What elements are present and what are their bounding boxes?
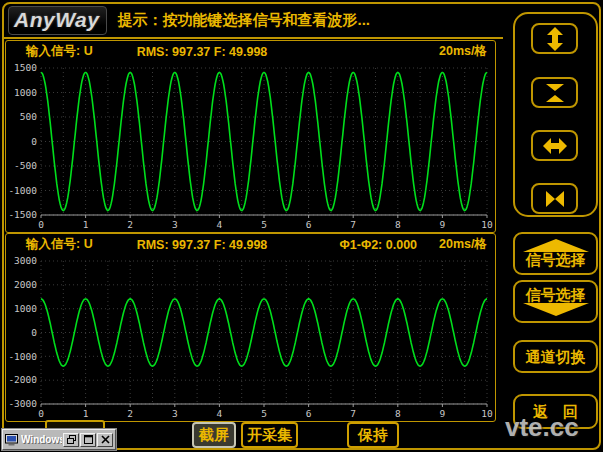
svg-text:1: 1	[83, 408, 89, 419]
restore-button[interactable]	[63, 433, 79, 447]
svg-text:0: 0	[31, 136, 37, 147]
svg-text:5: 5	[261, 408, 267, 419]
svg-text:5: 5	[261, 219, 267, 230]
svg-text:1000: 1000	[14, 87, 37, 98]
signal-select-down-label: 信号选择	[526, 287, 586, 303]
channel-switch-button[interactable]: 通道切换	[513, 340, 598, 373]
topbar-divider	[3, 37, 503, 39]
restore-icon	[67, 435, 76, 444]
svg-text:3000: 3000	[14, 255, 37, 266]
svg-text:1000: 1000	[14, 303, 37, 314]
svg-text:-3000: -3000	[8, 398, 37, 409]
waveform-chart-2: 0123456789103000200010000-1000-2000-3000	[7, 255, 494, 420]
close-button[interactable]	[97, 433, 113, 447]
panel2-timebase: 20ms/格	[439, 236, 487, 253]
panel2-signal-label: 输入信号: U	[26, 236, 93, 253]
back-button[interactable]: 返 回	[513, 394, 598, 429]
svg-text:0: 0	[38, 408, 44, 419]
hint-text: 提示：按功能键选择信号和查看波形...	[117, 11, 370, 30]
svg-text:3: 3	[172, 219, 178, 230]
svg-text:2000: 2000	[14, 279, 37, 290]
compress-vertical-icon	[542, 80, 568, 106]
svg-text:10: 10	[481, 219, 493, 230]
svg-text:10: 10	[481, 408, 493, 419]
anyway-logo: AnyWay	[8, 6, 107, 35]
svg-text:6: 6	[306, 408, 312, 419]
signal-select-down-button[interactable]: 信号选择	[513, 280, 598, 323]
svg-text:4: 4	[217, 219, 223, 230]
channel-switch-label: 通道切换	[526, 349, 586, 365]
top-bar: AnyWay 提示：按功能键选择信号和查看波形...	[5, 5, 497, 36]
windows-titlebar-text: Windows ...	[21, 434, 62, 445]
expand-horizontal-icon	[542, 133, 568, 159]
panel2-header: 输入信号: U RMS: 997.37 F: 49.998 Φ1-Φ2: 0.0…	[6, 234, 495, 255]
panel1-header: 输入信号: U RMS: 997.37 F: 49.998 20ms/格	[6, 41, 495, 62]
svg-text:8: 8	[395, 219, 401, 230]
screenshot-button[interactable]: 截屏	[192, 422, 236, 448]
signal-select-up-label: 信号选择	[526, 252, 586, 268]
waveform-chart-1: 012345678910150010005000-500-1000-1500	[7, 62, 494, 231]
waveform-zoom-group	[513, 12, 598, 217]
svg-text:500: 500	[20, 111, 37, 122]
svg-text:6: 6	[306, 219, 312, 230]
oscilloscope-screen: AnyWay 提示：按功能键选择信号和查看波形... 输入信号: U RMS: …	[0, 0, 603, 452]
maximize-icon	[84, 435, 93, 444]
svg-text:8: 8	[395, 408, 401, 419]
expand-vertical-icon	[542, 26, 568, 52]
svg-text:-1500: -1500	[8, 209, 37, 220]
compress-horizontal-button[interactable]	[531, 183, 578, 214]
svg-text:7: 7	[350, 408, 356, 419]
compress-horizontal-icon	[542, 186, 568, 212]
svg-text:-1000: -1000	[8, 185, 37, 196]
triangle-down-icon	[523, 303, 589, 316]
svg-text:1: 1	[83, 219, 89, 230]
svg-text:0: 0	[38, 219, 44, 230]
svg-text:-2000: -2000	[8, 374, 37, 385]
panel2-rms-value: RMS: 997.37 F: 49.998	[137, 238, 268, 252]
panel2-phase-value: Φ1-Φ2: 0.000	[340, 238, 418, 252]
start-capture-button-label: 开采集	[247, 426, 292, 445]
expand-vertical-button[interactable]	[531, 23, 578, 54]
compress-vertical-button[interactable]	[531, 77, 578, 108]
close-icon	[101, 435, 110, 444]
svg-text:9: 9	[440, 219, 446, 230]
svg-text:7: 7	[350, 219, 356, 230]
svg-text:3: 3	[172, 408, 178, 419]
panel1-timebase: 20ms/格	[439, 43, 487, 60]
svg-text:9: 9	[440, 408, 446, 419]
svg-text:1500: 1500	[14, 62, 37, 73]
hold-button-label: 保持	[358, 426, 388, 445]
waveform-panel-1: 输入信号: U RMS: 997.37 F: 49.998 20ms/格 012…	[5, 40, 496, 233]
screenshot-button-label: 截屏	[199, 426, 229, 445]
svg-text:4: 4	[217, 408, 223, 419]
computer-icon	[5, 434, 18, 446]
panel1-signal-label: 输入信号: U	[26, 43, 93, 60]
svg-text:2: 2	[127, 219, 133, 230]
maximize-button[interactable]	[80, 433, 96, 447]
start-capture-button[interactable]: 开采集	[241, 422, 298, 448]
svg-text:-1000: -1000	[8, 351, 37, 362]
windows-titlebar[interactable]: Windows ...	[2, 429, 116, 450]
svg-text:-500: -500	[14, 160, 37, 171]
hold-button[interactable]: 保持	[347, 422, 399, 448]
back-button-label: 返 回	[533, 404, 578, 420]
expand-horizontal-button[interactable]	[531, 130, 578, 161]
signal-select-up-button[interactable]: 信号选择	[513, 232, 598, 275]
waveform-panel-2: 输入信号: U RMS: 997.37 F: 49.998 Φ1-Φ2: 0.0…	[5, 233, 496, 422]
svg-text:2: 2	[127, 408, 133, 419]
svg-text:0: 0	[31, 327, 37, 338]
panel1-rms-value: RMS: 997.37 F: 49.998	[137, 45, 268, 59]
